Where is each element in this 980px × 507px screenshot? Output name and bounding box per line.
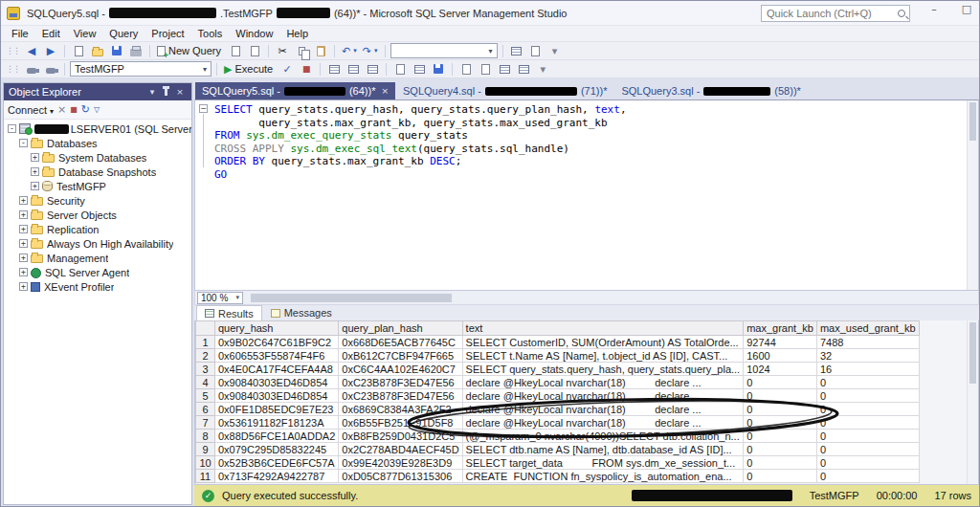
cut-button[interactable]: ✂ bbox=[274, 43, 291, 59]
toolbar-grip[interactable]: ⋮⋮ bbox=[6, 46, 19, 55]
toolbar-overflow-button[interactable]: ▾ bbox=[534, 61, 551, 77]
query-plan-hash-cell[interactable]: 0x6869C8384A3FA2F2 bbox=[339, 403, 462, 416]
execute-button[interactable]: ▶ Execute bbox=[222, 61, 277, 77]
table-row[interactable]: 9 0x079C295D85832245 0x2C278ABD4AECF45D … bbox=[196, 443, 920, 456]
query-plan-hash-cell[interactable]: 0x99E42039E928E3D9 bbox=[339, 456, 462, 470]
text-cell[interactable]: SELECT CustomerID, SUM(OrderAmount) AS T… bbox=[462, 336, 744, 349]
query-plan-hash-cell[interactable]: 0xC23B878F3ED47E56 bbox=[339, 376, 462, 389]
tree-item[interactable]: + System Databases bbox=[4, 150, 191, 165]
row-number-cell[interactable]: 8 bbox=[196, 430, 215, 443]
text-cell[interactable]: SELECT target_data FROM sys.dm_xe_sessio… bbox=[462, 456, 744, 470]
maximize-button[interactable]: □ bbox=[958, 3, 975, 15]
tree-expander-icon[interactable]: + bbox=[19, 196, 28, 205]
refresh-icon[interactable]: ↻ bbox=[81, 103, 90, 116]
code-area[interactable]: SELECT query_stats.query_hash, query_sta… bbox=[214, 103, 965, 181]
editor-vertical-scrollbar[interactable] bbox=[967, 100, 978, 290]
connect-button[interactable] bbox=[23, 61, 40, 77]
tree-item[interactable]: + Always On High Availability bbox=[4, 236, 191, 251]
results-to-grid-button[interactable] bbox=[411, 61, 428, 77]
row-number-cell[interactable]: 2 bbox=[196, 349, 215, 363]
max-used-grant-kb-cell[interactable]: 0 bbox=[816, 376, 919, 389]
activity-monitor-button[interactable] bbox=[508, 43, 525, 59]
max-used-grant-kb-cell[interactable]: 0 bbox=[816, 416, 919, 430]
column-header[interactable]: query_hash bbox=[215, 321, 339, 336]
max-grant-kb-cell[interactable]: 1024 bbox=[744, 363, 817, 376]
registered-servers-button[interactable] bbox=[527, 43, 545, 59]
max-grant-kb-cell[interactable]: 0 bbox=[744, 416, 817, 430]
window-position-icon[interactable]: ▾ bbox=[145, 87, 159, 97]
query-hash-cell[interactable]: 0x606553F55874F4F6 bbox=[215, 349, 339, 363]
tree-item[interactable]: - Databases bbox=[4, 136, 191, 150]
document-tab[interactable]: SQLQuery5.sql - (64))* × bbox=[195, 82, 395, 99]
menu-item[interactable]: Help bbox=[279, 27, 315, 40]
table-row[interactable]: 10 0x52B3B6CEDE6FC57A 0x99E42039E928E3D9… bbox=[196, 456, 920, 470]
max-grant-kb-cell[interactable]: 0 bbox=[744, 389, 817, 403]
max-used-grant-kb-cell[interactable]: 0 bbox=[816, 443, 919, 456]
table-row[interactable]: 6 0x0FE1D85EDC9E7E23 0x6869C8384A3FA2F2 … bbox=[196, 403, 920, 416]
close-icon[interactable]: × bbox=[173, 87, 187, 97]
save-button[interactable] bbox=[108, 43, 125, 59]
column-header[interactable]: max_grant_kb bbox=[744, 321, 817, 336]
live-statistics-button[interactable] bbox=[345, 61, 362, 77]
pin-icon[interactable] bbox=[165, 88, 167, 96]
query-hash-cell[interactable]: 0x90840303ED46D854 bbox=[215, 389, 339, 403]
tree-item[interactable]: + SQL Server Agent bbox=[4, 265, 191, 279]
results-tab[interactable]: Results bbox=[196, 305, 262, 320]
code-editor[interactable]: − SELECT query_stats.query_hash, query_s… bbox=[194, 99, 979, 291]
max-grant-kb-cell[interactable]: 0 bbox=[744, 376, 817, 389]
tree-expander-icon[interactable]: + bbox=[31, 153, 39, 162]
max-used-grant-kb-cell[interactable]: 0 bbox=[816, 470, 919, 483]
row-number-cell[interactable]: 6 bbox=[196, 403, 215, 416]
menu-item[interactable]: Query bbox=[102, 27, 145, 40]
change-connection-button[interactable] bbox=[42, 61, 59, 77]
tree-expander-icon[interactable]: + bbox=[19, 239, 28, 248]
comment-button[interactable] bbox=[457, 61, 475, 77]
corner-header[interactable] bbox=[196, 321, 215, 336]
text-cell[interactable]: CREATE FUNCTION fn_syspolicy_is_automati… bbox=[462, 470, 744, 483]
stop-icon[interactable]: ■ bbox=[70, 105, 78, 114]
text-cell[interactable]: declare @HkeyLocal nvarchar(18) declare … bbox=[462, 389, 744, 403]
max-used-grant-kb-cell[interactable]: 32 bbox=[816, 349, 919, 363]
new-query-button[interactable]: New Query bbox=[155, 43, 225, 59]
uncomment-button[interactable] bbox=[477, 61, 494, 77]
print-button[interactable] bbox=[127, 43, 145, 59]
undo-button[interactable]: ↶▾ bbox=[340, 43, 359, 59]
max-grant-kb-cell[interactable]: 0 bbox=[744, 470, 817, 483]
row-number-cell[interactable]: 1 bbox=[196, 336, 215, 349]
toolbar-grip[interactable]: ⋮⋮ bbox=[6, 64, 19, 74]
redo-button[interactable]: ↷▾ bbox=[361, 43, 380, 59]
menu-item[interactable]: Project bbox=[145, 27, 190, 40]
scrollbar-thumb[interactable] bbox=[969, 322, 976, 384]
table-row[interactable]: 5 0x90840303ED46D854 0xC23B878F3ED47E56 … bbox=[196, 389, 920, 403]
actual-plan-button[interactable] bbox=[364, 61, 381, 77]
query-plan-hash-cell[interactable]: 0xD05C877D61315306 bbox=[339, 470, 462, 483]
row-number-cell[interactable]: 9 bbox=[196, 443, 215, 456]
query-hash-cell[interactable]: 0x0FE1D85EDC9E7E23 bbox=[215, 403, 339, 416]
query-plan-hash-cell[interactable]: 0xC6C4AA102E4620C7 bbox=[339, 363, 462, 376]
menu-item[interactable]: Window bbox=[229, 27, 279, 40]
column-header[interactable]: text bbox=[462, 321, 744, 336]
text-cell[interactable]: declare @HkeyLocal nvarchar(18) declare … bbox=[462, 403, 744, 416]
document-tab[interactable]: SQLQuery3.sql - (58))* × bbox=[614, 82, 807, 99]
zoom-select[interactable]: 100 % ▾ bbox=[197, 292, 243, 304]
max-used-grant-kb-cell[interactable]: 0 bbox=[816, 430, 919, 443]
query-hash-cell[interactable]: 0x079C295D85832245 bbox=[215, 443, 339, 456]
results-to-file-button[interactable] bbox=[430, 61, 447, 77]
query-plan-hash-cell[interactable]: 0x6B55FB251E91D5F8 bbox=[339, 416, 462, 430]
tree-expander-icon[interactable]: + bbox=[19, 268, 28, 276]
max-grant-kb-cell[interactable]: 0 bbox=[744, 443, 817, 456]
query-hash-cell[interactable]: 0x88D56FCE1A0ADDA2 bbox=[215, 430, 339, 443]
tree-item[interactable]: + Management bbox=[4, 251, 191, 265]
max-grant-kb-cell[interactable]: 1600 bbox=[744, 349, 817, 363]
navigate-forward-button[interactable]: ▶ bbox=[42, 43, 59, 59]
navigate-back-button[interactable]: ◀ bbox=[23, 43, 40, 59]
new-file-button[interactable] bbox=[70, 43, 87, 59]
tree-expander-icon[interactable]: + bbox=[31, 182, 39, 190]
disconnect-icon[interactable]: × bbox=[57, 103, 66, 116]
row-number-cell[interactable]: 3 bbox=[196, 363, 215, 376]
max-used-grant-kb-cell[interactable]: 16 bbox=[816, 363, 919, 376]
query-plan-hash-cell[interactable]: 0xB8FB259D0431D2C5 bbox=[339, 430, 462, 443]
table-row[interactable]: 11 0x713F4292A9422787 0xD05C877D61315306… bbox=[196, 470, 920, 483]
table-row[interactable]: 7 0x536191182F18123A 0x6B55FB251E91D5F8 … bbox=[196, 416, 920, 430]
menu-item[interactable]: File bbox=[5, 27, 35, 40]
